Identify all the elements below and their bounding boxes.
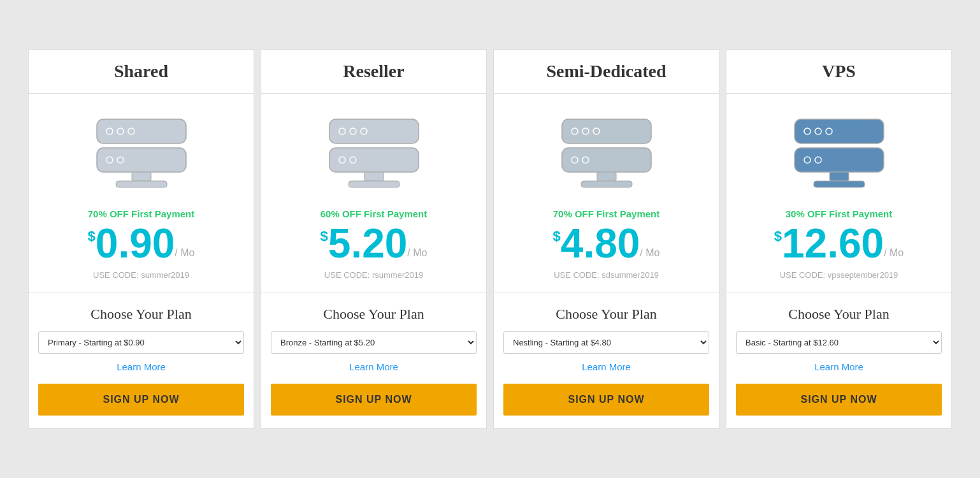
price-mo-semi-dedicated: / Mo — [640, 247, 659, 259]
card-semi-dedicated: Semi-Dedicated 70% OFF First Payment $ 4… — [493, 49, 719, 429]
card-footer-semi-dedicated: Choose Your Plan Nestling - Starting at … — [494, 293, 719, 428]
signup-button-shared[interactable]: SIGN UP NOW — [38, 384, 244, 416]
svg-rect-17 — [349, 181, 400, 187]
server-icon-reseller — [317, 113, 431, 196]
svg-rect-0 — [97, 119, 186, 143]
svg-rect-31 — [795, 148, 884, 172]
svg-rect-34 — [830, 172, 849, 181]
card-footer-vps: Choose Your Plan Basic - Starting at $12… — [726, 293, 951, 428]
plan-select-reseller[interactable]: Bronze - Starting at $5.20 — [271, 331, 477, 354]
choose-plan-semi-dedicated: Choose Your Plan — [503, 306, 709, 322]
server-icon-vps — [782, 113, 897, 196]
cards-container: Shared 70% OFF First Payment $ 0.90 / Mo — [25, 49, 955, 429]
svg-rect-13 — [329, 148, 419, 172]
price-mo-shared: / Mo — [175, 247, 194, 259]
use-code-shared: USE CODE: summer2019 — [38, 270, 244, 280]
price-row-vps: $ 12.60 / Mo — [736, 223, 942, 264]
discount-text-semi-dedicated: 70% OFF First Payment — [503, 208, 709, 219]
dollar-sign-vps: $ — [774, 228, 782, 245]
server-icon-shared — [84, 113, 199, 196]
learn-more-reseller[interactable]: Learn More — [271, 361, 477, 372]
price-row-shared: $ 0.90 / Mo — [38, 223, 244, 264]
svg-rect-8 — [116, 181, 167, 187]
use-code-semi-dedicated: USE CODE: sdsummer2019 — [503, 270, 709, 280]
discount-text-reseller: 60% OFF First Payment — [271, 208, 477, 219]
card-title-shared: Shared — [35, 61, 247, 82]
card-vps: VPS 30% OFF First Payment $ 12.60 / Mo U — [726, 49, 952, 429]
svg-rect-26 — [581, 181, 632, 187]
card-title-semi-dedicated: Semi-Dedicated — [500, 61, 712, 82]
svg-rect-22 — [562, 148, 651, 172]
use-code-vps: USE CODE: vpsseptember2019 — [736, 270, 942, 280]
card-footer-shared: Choose Your Plan Primary - Starting at $… — [29, 293, 254, 428]
price-mo-vps: / Mo — [884, 247, 904, 259]
card-reseller: Reseller 60% OFF First Payment $ 5.20 / … — [261, 49, 487, 429]
card-body-reseller: 60% OFF First Payment $ 5.20 / Mo USE CO… — [261, 94, 486, 293]
svg-rect-25 — [597, 172, 616, 181]
signup-button-semi-dedicated[interactable]: SIGN UP NOW — [503, 384, 709, 416]
plan-select-vps[interactable]: Basic - Starting at $12.60 — [736, 331, 942, 354]
price-main-vps: 12.60 — [782, 223, 884, 264]
plan-select-semi-dedicated[interactable]: Nestling - Starting at $4.80 — [503, 331, 709, 354]
svg-rect-35 — [814, 181, 865, 187]
use-code-reseller: USE CODE: rsummer2019 — [271, 270, 477, 280]
signup-button-reseller[interactable]: SIGN UP NOW — [271, 384, 477, 416]
card-title-vps: VPS — [733, 61, 945, 82]
use-code-value-shared: summer2019 — [141, 270, 189, 280]
svg-rect-7 — [132, 172, 151, 181]
card-shared: Shared 70% OFF First Payment $ 0.90 / Mo — [28, 49, 254, 429]
server-icon-semi-dedicated — [549, 113, 664, 196]
signup-button-vps[interactable]: SIGN UP NOW — [736, 384, 942, 416]
learn-more-semi-dedicated[interactable]: Learn More — [503, 361, 709, 372]
svg-rect-16 — [364, 172, 384, 181]
price-main-reseller: 5.20 — [328, 223, 408, 264]
choose-plan-reseller: Choose Your Plan — [271, 306, 477, 322]
svg-rect-18 — [562, 119, 651, 143]
dollar-sign-reseller: $ — [321, 228, 328, 245]
svg-rect-27 — [795, 119, 884, 143]
use-code-value-semi-dedicated: sdsummer2019 — [602, 270, 659, 280]
card-header-shared: Shared — [29, 50, 254, 94]
card-header-reseller: Reseller — [261, 50, 486, 94]
learn-more-vps[interactable]: Learn More — [736, 361, 942, 372]
choose-plan-shared: Choose Your Plan — [38, 306, 244, 322]
use-code-value-vps: vpsseptember2019 — [828, 270, 898, 280]
use-code-value-reseller: rsummer2019 — [372, 270, 423, 280]
svg-rect-9 — [329, 119, 419, 143]
card-body-semi-dedicated: 70% OFF First Payment $ 4.80 / Mo USE CO… — [494, 94, 719, 293]
price-main-shared: 0.90 — [96, 223, 175, 264]
card-header-semi-dedicated: Semi-Dedicated — [494, 50, 719, 94]
card-body-vps: 30% OFF First Payment $ 12.60 / Mo USE C… — [726, 94, 951, 293]
learn-more-shared[interactable]: Learn More — [38, 361, 244, 372]
card-header-vps: VPS — [726, 50, 951, 94]
svg-rect-4 — [97, 148, 186, 172]
price-row-reseller: $ 5.20 / Mo — [271, 223, 477, 264]
card-footer-reseller: Choose Your Plan Bronze - Starting at $5… — [261, 293, 486, 428]
card-body-shared: 70% OFF First Payment $ 0.90 / Mo USE CO… — [29, 94, 254, 293]
discount-text-vps: 30% OFF First Payment — [736, 208, 942, 219]
price-mo-reseller: / Mo — [407, 247, 427, 259]
price-row-semi-dedicated: $ 4.80 / Mo — [503, 223, 709, 264]
discount-text-shared: 70% OFF First Payment — [38, 208, 244, 219]
card-title-reseller: Reseller — [268, 61, 480, 82]
dollar-sign-semi-dedicated: $ — [553, 228, 561, 245]
dollar-sign-shared: $ — [88, 228, 96, 245]
choose-plan-vps: Choose Your Plan — [736, 306, 942, 322]
plan-select-shared[interactable]: Primary - Starting at $0.90 — [38, 331, 244, 354]
price-main-semi-dedicated: 4.80 — [561, 223, 640, 264]
